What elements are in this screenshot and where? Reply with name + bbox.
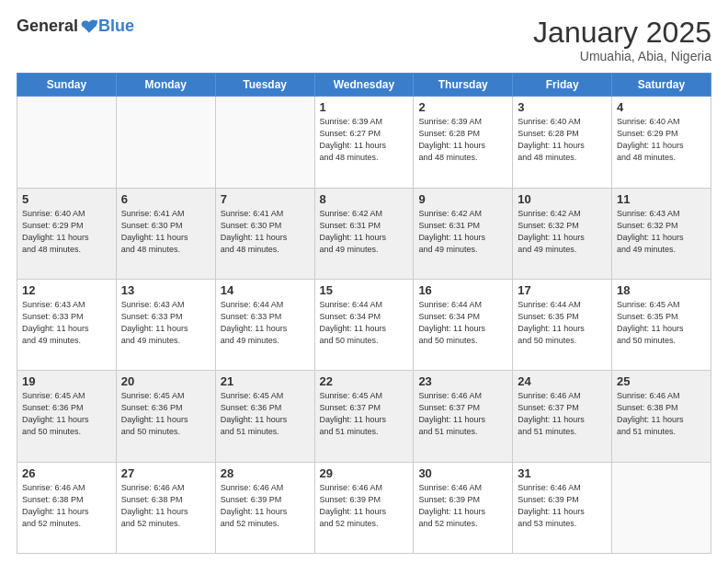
day-number: 1 <box>320 100 409 114</box>
table-row <box>116 97 215 188</box>
day-info: Sunrise: 6:46 AMSunset: 6:37 PMDaylight:… <box>418 390 507 438</box>
calendar-week-row: 12Sunrise: 6:43 AMSunset: 6:33 PMDayligh… <box>17 279 711 370</box>
day-number: 25 <box>617 374 706 388</box>
day-info: Sunrise: 6:40 AMSunset: 6:28 PMDaylight:… <box>518 116 607 164</box>
page: General Blue January 2025 Umuahia, Abia,… <box>0 0 728 563</box>
calendar-table: Sunday Monday Tuesday Wednesday Thursday… <box>17 73 711 554</box>
day-number: 28 <box>221 466 310 480</box>
day-info: Sunrise: 6:44 AMSunset: 6:34 PMDaylight:… <box>418 299 507 347</box>
table-row <box>612 462 711 553</box>
table-row <box>215 97 314 188</box>
day-info: Sunrise: 6:44 AMSunset: 6:35 PMDaylight:… <box>518 299 607 347</box>
day-info: Sunrise: 6:46 AMSunset: 6:39 PMDaylight:… <box>418 482 507 530</box>
day-info: Sunrise: 6:45 AMSunset: 6:36 PMDaylight:… <box>22 390 111 438</box>
table-row: 20Sunrise: 6:45 AMSunset: 6:36 PMDayligh… <box>116 371 215 462</box>
day-info: Sunrise: 6:40 AMSunset: 6:29 PMDaylight:… <box>22 208 111 256</box>
table-row: 13Sunrise: 6:43 AMSunset: 6:33 PMDayligh… <box>116 279 215 370</box>
table-row: 1Sunrise: 6:39 AMSunset: 6:27 PMDaylight… <box>314 97 414 188</box>
table-row: 25Sunrise: 6:46 AMSunset: 6:38 PMDayligh… <box>612 371 711 462</box>
day-number: 2 <box>418 100 507 114</box>
calendar-header-row: Sunday Monday Tuesday Wednesday Thursday… <box>17 74 711 97</box>
logo-general-text: General <box>17 17 78 36</box>
day-number: 6 <box>121 192 210 206</box>
table-row: 3Sunrise: 6:40 AMSunset: 6:28 PMDaylight… <box>513 97 612 188</box>
table-row: 17Sunrise: 6:44 AMSunset: 6:35 PMDayligh… <box>513 279 612 370</box>
day-info: Sunrise: 6:46 AMSunset: 6:39 PMDaylight:… <box>320 482 409 530</box>
day-info: Sunrise: 6:46 AMSunset: 6:39 PMDaylight:… <box>518 482 607 530</box>
day-number: 14 <box>221 283 310 297</box>
table-row: 7Sunrise: 6:41 AMSunset: 6:30 PMDaylight… <box>215 188 314 279</box>
table-row: 29Sunrise: 6:46 AMSunset: 6:39 PMDayligh… <box>314 462 414 553</box>
table-row: 31Sunrise: 6:46 AMSunset: 6:39 PMDayligh… <box>513 462 612 553</box>
day-number: 20 <box>121 374 210 388</box>
day-info: Sunrise: 6:46 AMSunset: 6:38 PMDaylight:… <box>22 482 111 530</box>
day-info: Sunrise: 6:43 AMSunset: 6:33 PMDaylight:… <box>22 299 111 347</box>
day-info: Sunrise: 6:40 AMSunset: 6:29 PMDaylight:… <box>617 116 706 164</box>
col-thursday: Thursday <box>414 74 513 97</box>
logo: General Blue <box>17 17 134 36</box>
col-saturday: Saturday <box>612 74 711 97</box>
day-info: Sunrise: 6:42 AMSunset: 6:31 PMDaylight:… <box>320 208 409 256</box>
day-number: 9 <box>418 192 507 206</box>
day-info: Sunrise: 6:42 AMSunset: 6:32 PMDaylight:… <box>518 208 607 256</box>
table-row: 16Sunrise: 6:44 AMSunset: 6:34 PMDayligh… <box>414 279 513 370</box>
table-row: 26Sunrise: 6:46 AMSunset: 6:38 PMDayligh… <box>17 462 117 553</box>
day-info: Sunrise: 6:43 AMSunset: 6:32 PMDaylight:… <box>617 208 706 256</box>
table-row: 15Sunrise: 6:44 AMSunset: 6:34 PMDayligh… <box>314 279 414 370</box>
day-number: 27 <box>121 466 210 480</box>
day-number: 19 <box>22 374 111 388</box>
day-number: 21 <box>221 374 310 388</box>
table-row: 12Sunrise: 6:43 AMSunset: 6:33 PMDayligh… <box>17 279 117 370</box>
table-row: 11Sunrise: 6:43 AMSunset: 6:32 PMDayligh… <box>612 188 711 279</box>
col-tuesday: Tuesday <box>215 74 314 97</box>
day-number: 16 <box>418 283 507 297</box>
day-info: Sunrise: 6:39 AMSunset: 6:28 PMDaylight:… <box>418 116 507 164</box>
day-number: 30 <box>418 466 507 480</box>
day-number: 13 <box>121 283 210 297</box>
day-number: 24 <box>518 374 607 388</box>
table-row: 22Sunrise: 6:45 AMSunset: 6:37 PMDayligh… <box>314 371 414 462</box>
table-row: 6Sunrise: 6:41 AMSunset: 6:30 PMDaylight… <box>116 188 215 279</box>
table-row: 10Sunrise: 6:42 AMSunset: 6:32 PMDayligh… <box>513 188 612 279</box>
day-info: Sunrise: 6:46 AMSunset: 6:37 PMDaylight:… <box>518 390 607 438</box>
day-number: 31 <box>518 466 607 480</box>
day-info: Sunrise: 6:41 AMSunset: 6:30 PMDaylight:… <box>121 208 210 256</box>
day-number: 26 <box>22 466 111 480</box>
day-number: 7 <box>221 192 310 206</box>
table-row: 2Sunrise: 6:39 AMSunset: 6:28 PMDaylight… <box>414 97 513 188</box>
header: General Blue January 2025 Umuahia, Abia,… <box>17 17 711 63</box>
day-info: Sunrise: 6:44 AMSunset: 6:33 PMDaylight:… <box>221 299 310 347</box>
table-row: 27Sunrise: 6:46 AMSunset: 6:38 PMDayligh… <box>116 462 215 553</box>
table-row: 21Sunrise: 6:45 AMSunset: 6:36 PMDayligh… <box>215 371 314 462</box>
day-info: Sunrise: 6:45 AMSunset: 6:36 PMDaylight:… <box>221 390 310 438</box>
table-row: 24Sunrise: 6:46 AMSunset: 6:37 PMDayligh… <box>513 371 612 462</box>
day-info: Sunrise: 6:43 AMSunset: 6:33 PMDaylight:… <box>121 299 210 347</box>
table-row: 28Sunrise: 6:46 AMSunset: 6:39 PMDayligh… <box>215 462 314 553</box>
day-info: Sunrise: 6:42 AMSunset: 6:31 PMDaylight:… <box>418 208 507 256</box>
day-number: 15 <box>320 283 409 297</box>
col-monday: Monday <box>116 74 215 97</box>
day-number: 3 <box>518 100 607 114</box>
day-info: Sunrise: 6:44 AMSunset: 6:34 PMDaylight:… <box>320 299 409 347</box>
day-number: 5 <box>22 192 111 206</box>
calendar-week-row: 5Sunrise: 6:40 AMSunset: 6:29 PMDaylight… <box>17 188 711 279</box>
table-row: 19Sunrise: 6:45 AMSunset: 6:36 PMDayligh… <box>17 371 117 462</box>
logo-blue-text: Blue <box>98 17 134 36</box>
col-wednesday: Wednesday <box>314 74 414 97</box>
calendar-week-row: 26Sunrise: 6:46 AMSunset: 6:38 PMDayligh… <box>17 462 711 553</box>
day-number: 18 <box>617 283 706 297</box>
location-title: Umuahia, Abia, Nigeria <box>533 49 711 63</box>
table-row <box>17 97 117 188</box>
table-row: 18Sunrise: 6:45 AMSunset: 6:35 PMDayligh… <box>612 279 711 370</box>
day-info: Sunrise: 6:45 AMSunset: 6:35 PMDaylight:… <box>617 299 706 347</box>
calendar-week-row: 1Sunrise: 6:39 AMSunset: 6:27 PMDaylight… <box>17 97 711 188</box>
day-number: 17 <box>518 283 607 297</box>
title-block: January 2025 Umuahia, Abia, Nigeria <box>533 17 711 63</box>
day-number: 29 <box>320 466 409 480</box>
day-info: Sunrise: 6:46 AMSunset: 6:38 PMDaylight:… <box>121 482 210 530</box>
day-info: Sunrise: 6:41 AMSunset: 6:30 PMDaylight:… <box>221 208 310 256</box>
table-row: 4Sunrise: 6:40 AMSunset: 6:29 PMDaylight… <box>612 97 711 188</box>
day-info: Sunrise: 6:39 AMSunset: 6:27 PMDaylight:… <box>320 116 409 164</box>
table-row: 30Sunrise: 6:46 AMSunset: 6:39 PMDayligh… <box>414 462 513 553</box>
table-row: 23Sunrise: 6:46 AMSunset: 6:37 PMDayligh… <box>414 371 513 462</box>
